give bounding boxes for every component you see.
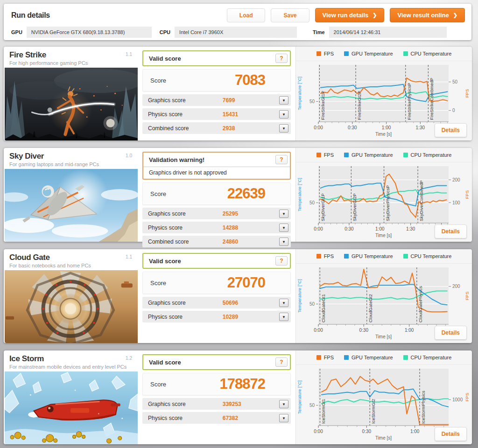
svg-text:50: 50	[452, 79, 458, 84]
expand-subscore-button[interactable]: ▾	[279, 96, 288, 105]
legend-item: CPU Temperature	[403, 355, 452, 360]
view-result-online-button[interactable]: View result online ❯	[390, 8, 465, 22]
expand-subscore-button[interactable]: ▾	[279, 238, 288, 246]
subscore-list: Graphics score7699▾Physics score15431▾Co…	[142, 94, 291, 134]
validation-status-message: Graphics driver is not approved	[143, 167, 290, 179]
total-score-row: Score 7083	[142, 69, 291, 91]
svg-text:1:30: 1:30	[406, 226, 415, 231]
help-button[interactable]: ?	[275, 155, 288, 164]
benchmark-version: 1.1	[126, 50, 132, 57]
legend-label: GPU Temperature	[351, 51, 393, 56]
subscore-label: Combined score	[148, 238, 189, 245]
chart-panel: FPSGPU TemperatureCPU Temperature IceSto…	[295, 350, 472, 444]
chart-legend: FPSGPU TemperatureCPU Temperature	[296, 47, 472, 61]
score-label: Score	[150, 280, 166, 287]
benchmark-card: Cloud Gate 1.1 For basic notebooks and h…	[4, 249, 471, 343]
score-value: 178872	[220, 376, 265, 392]
expand-subscore-button[interactable]: ▾	[279, 124, 288, 133]
benchmark-info-panel: Ice Storm 1.2 For mainstream mobile devi…	[4, 350, 138, 444]
score-panel: Valid score ? Score 178872 Graphics scor…	[138, 350, 295, 444]
svg-text:FireStrikeGt1P: FireStrikeGt1P	[320, 91, 325, 120]
chart-panel: FPSGPU TemperatureCPU Temperature SkyDiv…	[295, 148, 472, 242]
save-button[interactable]: Save	[271, 8, 309, 22]
expand-subscore-button[interactable]: ▾	[279, 224, 288, 232]
chart-legend: FPSGPU TemperatureCPU Temperature	[296, 350, 472, 365]
validation-status-title: Valid score	[149, 55, 181, 62]
caret-down-icon: ▾	[283, 225, 285, 230]
svg-text:0:00: 0:00	[314, 226, 323, 231]
view-run-details-button[interactable]: View run details ❯	[315, 8, 385, 22]
score-value: 7083	[235, 72, 265, 89]
svg-text:Temperature [°C]: Temperature [°C]	[297, 178, 302, 211]
benchmark-version: 1.2	[126, 354, 132, 361]
legend-item: FPS	[316, 355, 334, 360]
caret-down-icon: ▾	[283, 315, 285, 319]
expand-subscore-button[interactable]: ▾	[279, 400, 288, 408]
legend-label: CPU Temperature	[411, 152, 452, 158]
expand-subscore-button[interactable]: ▾	[279, 414, 288, 422]
help-button[interactable]: ?	[275, 54, 288, 63]
validation-status-box: Valid score ?	[142, 50, 291, 66]
legend-item: FPS	[316, 152, 334, 158]
help-button[interactable]: ?	[275, 256, 288, 266]
legend-label: CPU Temperature	[411, 355, 452, 360]
benchmark-image	[5, 169, 138, 242]
details-button[interactable]: Details	[435, 427, 467, 441]
expand-subscore-button[interactable]: ▾	[279, 299, 288, 307]
svg-text:CloudGateGt2: CloudGateGt2	[368, 294, 373, 322]
subscore-row: Physics score10289▾	[142, 311, 291, 322]
score-label: Score	[150, 77, 166, 84]
svg-text:Temperature [°C]: Temperature [°C]	[297, 380, 302, 414]
svg-text:200: 200	[452, 177, 460, 182]
chart-panel: FPSGPU TemperatureCPU Temperature CloudG…	[295, 249, 472, 343]
subscore-label: Physics score	[148, 415, 183, 421]
svg-text:0:30: 0:30	[348, 125, 357, 130]
help-button[interactable]: ?	[275, 357, 288, 367]
cpu-info: CPU Intel Core i7 3960X	[160, 27, 297, 38]
details-button[interactable]: Details	[435, 123, 467, 137]
svg-text:FireStrikePhysicsP: FireStrikePhysicsP	[407, 83, 412, 120]
validation-status-box: Valid score ?	[142, 253, 291, 269]
subscore-value: 339253	[223, 401, 241, 407]
legend-swatch-icon	[403, 51, 408, 56]
validation-status-title: Valid score	[149, 258, 181, 265]
legend-label: FPS	[324, 51, 334, 56]
expand-subscore-button[interactable]: ▾	[279, 313, 288, 321]
legend-item: CPU Temperature	[403, 152, 452, 158]
subscore-label: Physics score	[148, 314, 183, 320]
validation-status-box: Valid score ?	[142, 354, 291, 370]
details-button[interactable]: Details	[435, 224, 467, 238]
caret-down-icon: ▾	[283, 211, 285, 216]
benchmark-tagline: For high performance gaming PCs	[4, 60, 138, 66]
subscore-value: 7699	[223, 97, 235, 104]
expand-subscore-button[interactable]: ▾	[279, 110, 288, 119]
svg-text:1:00: 1:00	[405, 328, 414, 333]
cpu-label: CPU	[160, 29, 170, 35]
legend-item: GPU Temperature	[344, 152, 393, 158]
time-info: Time 2014/06/14 12:46:31	[313, 27, 446, 38]
svg-text:IceStormPhysics: IceStormPhysics	[421, 391, 426, 424]
chart-legend: FPSGPU TemperatureCPU Temperature	[296, 249, 472, 264]
total-score-row: Score 27070	[142, 272, 291, 294]
score-panel: Valid score ? Score 7083 Graphics score7…	[138, 47, 295, 140]
total-score-row: Score 178872	[142, 373, 291, 395]
details-button[interactable]: Details	[435, 326, 467, 340]
subscore-list: Graphics score25295▾Physics score14288▾C…	[142, 208, 291, 247]
benchmark-version: 1.1	[126, 253, 132, 259]
benchmark-image	[5, 270, 138, 343]
chart-panel: FPSGPU TemperatureCPU Temperature FireSt…	[295, 47, 472, 140]
subscore-row: Physics score67382▾	[142, 412, 291, 424]
chevron-right-icon: ❯	[373, 12, 377, 18]
expand-subscore-button[interactable]: ▾	[279, 210, 288, 218]
svg-text:FPS: FPS	[464, 393, 470, 401]
subscore-label: Physics score	[148, 224, 183, 231]
legend-item: FPS	[316, 51, 334, 56]
legend-item: CPU Temperature	[403, 51, 452, 56]
svg-text:FPS: FPS	[464, 89, 470, 98]
subscore-row: Physics score14288▾	[142, 222, 291, 233]
subscore-list: Graphics score339253▾Physics score67382▾	[142, 398, 291, 424]
svg-text:Time [s]: Time [s]	[375, 334, 392, 339]
load-button[interactable]: Load	[227, 8, 266, 22]
caret-down-icon: ▾	[283, 301, 285, 305]
legend-swatch-icon	[316, 51, 321, 56]
